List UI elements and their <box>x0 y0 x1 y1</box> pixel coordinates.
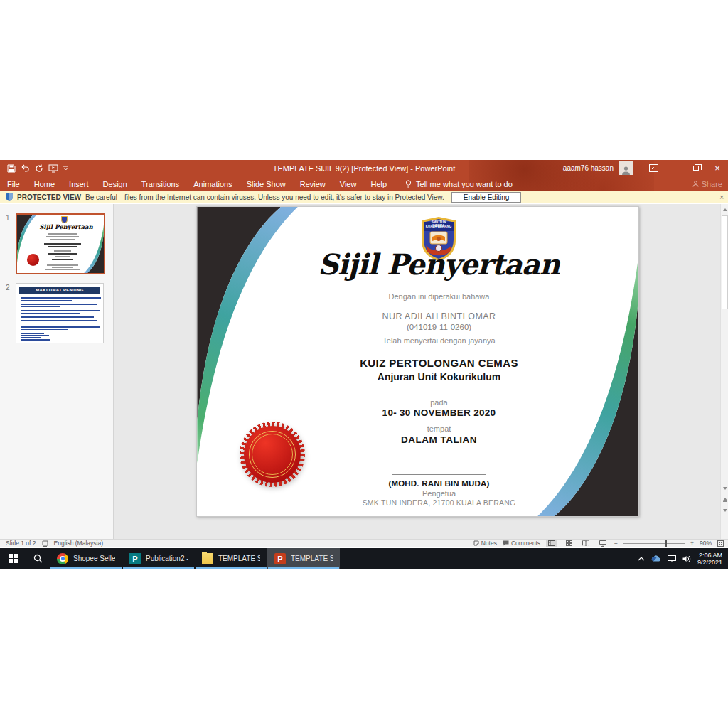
seal-gold-ring-inner <box>252 434 293 475</box>
fit-slide-to-window-icon[interactable] <box>717 540 724 547</box>
customize-quick-access-icon[interactable] <box>63 166 68 171</box>
notes-icon <box>473 540 479 546</box>
thumbnail-seal <box>27 254 39 266</box>
red-ribbon-seal <box>240 422 305 487</box>
share-person-icon <box>692 181 699 187</box>
tab-file[interactable]: File <box>0 176 27 191</box>
lightbulb-icon <box>405 180 412 188</box>
recipient-id: (041019-11-0260) <box>323 323 555 331</box>
share-button[interactable]: Share <box>692 180 722 188</box>
vertical-scrollbar[interactable] <box>720 204 728 539</box>
slide-show-button[interactable] <box>597 540 609 547</box>
venue-label: tempat <box>323 424 555 433</box>
ribbon-display-options-icon[interactable] <box>643 160 664 176</box>
slide1-thumbnail[interactable]: Sijil Penyertaan <box>16 213 105 274</box>
slide1-number: 1 <box>6 214 10 222</box>
thumbnail-text-line <box>47 264 78 266</box>
comments-button[interactable]: Comments <box>503 540 540 547</box>
tab-insert[interactable]: Insert <box>62 176 96 191</box>
protected-view-bar: PROTECTED VIEW Be careful—files from the… <box>0 191 728 203</box>
network-display-icon[interactable] <box>668 555 676 562</box>
titlebar: TEMPLATE SIJIL 9(2) [Protected View] - P… <box>0 160 728 176</box>
signature-line <box>392 474 486 475</box>
thumbnail-text-line <box>21 316 94 318</box>
thumbnail-text-line <box>21 300 72 301</box>
tell-me-box[interactable]: Tell me what you want to do <box>405 180 513 188</box>
slide-canvas[interactable]: SMK TUN INDERA KUALA BERANG Sijil Penyer… <box>196 206 639 517</box>
spellcheck-squiggle <box>433 445 439 446</box>
reading-view-button[interactable] <box>580 540 592 547</box>
redo-icon[interactable] <box>35 164 43 173</box>
taskbar: Shopee Seller Centr... P Publication2 - … <box>0 548 728 569</box>
avatar[interactable] <box>619 161 633 175</box>
tell-me-label: Tell me what you want to do <box>416 180 513 188</box>
language-indicator[interactable]: English (Malaysia) <box>54 540 103 547</box>
thumbnail-text-line <box>21 339 50 341</box>
taskbar-app-label: TEMPLATE SIJIL 9(2)... <box>291 555 333 562</box>
certificate-title: Sijil Penyertaan <box>282 247 595 281</box>
protected-view-message: Be careful—files from the Internet can c… <box>85 193 444 201</box>
signatory-name: (MOHD. RANI BIN MUDA) <box>323 479 555 488</box>
tab-transitions[interactable]: Transitions <box>134 176 186 191</box>
recipient-name: NUR ADILAH BINTI OMAR <box>323 311 555 321</box>
scroll-up-icon[interactable] <box>721 205 728 214</box>
restore-button[interactable] <box>685 160 707 176</box>
thumbnail-text-line <box>21 313 80 314</box>
thumbnail-text-line <box>48 253 77 255</box>
undo-icon[interactable] <box>21 164 30 172</box>
signatory-school: SMK.TUN INDERA, 21700 KUALA BERANG <box>323 498 555 507</box>
scrollbar-thumb[interactable] <box>722 215 728 309</box>
achievement-line: Telah menyertai dengan jayanya <box>323 336 555 345</box>
folder-icon <box>202 553 213 564</box>
taskbar-clock[interactable]: 2:06 AM 9/2/2021 <box>697 552 722 566</box>
tab-help[interactable]: Help <box>363 176 394 191</box>
save-icon[interactable] <box>7 164 16 173</box>
account-name[interactable]: aaam76 hassan <box>563 164 614 172</box>
zoom-out-button[interactable]: − <box>614 540 618 547</box>
thumbnail-text-line <box>21 323 49 324</box>
certificate-body: Dengan ini diperakui bahawa NUR ADILAH B… <box>323 292 555 507</box>
tab-animations[interactable]: Animations <box>186 176 239 191</box>
tab-review[interactable]: Review <box>293 176 333 191</box>
tab-view[interactable]: View <box>333 176 364 191</box>
notes-button[interactable]: Notes <box>473 540 497 547</box>
minimize-button[interactable] <box>664 160 685 176</box>
comments-label: Comments <box>511 540 540 547</box>
slide2-thumbnail[interactable]: MAKLUMAT PENTING <box>16 283 104 343</box>
open-app-indicator <box>50 567 122 569</box>
spellcheck-icon[interactable] <box>42 540 48 547</box>
taskbar-app-label: TEMPLATE SIJIL cop... <box>218 555 260 562</box>
ribbon-tabs: File Home Insert Design Transitions Anim… <box>0 176 728 191</box>
system-tray: 2:06 AM 9/2/2021 <box>638 548 728 569</box>
thumbnail-text-line <box>21 304 97 305</box>
shield-icon <box>6 193 13 201</box>
start-from-beginning-icon[interactable] <box>48 164 58 173</box>
tab-design[interactable]: Design <box>96 176 134 191</box>
onedrive-icon[interactable] <box>651 555 661 562</box>
taskbar-app-label: Publication2 - Publi... <box>146 555 188 562</box>
protected-view-close-icon[interactable]: × <box>719 193 724 201</box>
zoom-slider-thumb[interactable] <box>665 540 667 547</box>
volume-icon[interactable] <box>682 555 691 562</box>
taskbar-app-publisher[interactable]: P Publication2 - Publi... <box>122 548 195 569</box>
enable-editing-button[interactable]: Enable Editing <box>451 192 522 203</box>
start-button[interactable] <box>0 548 26 569</box>
zoom-in-button[interactable]: + <box>690 540 694 547</box>
close-button[interactable]: × <box>707 160 728 176</box>
next-slide-icon[interactable] <box>721 505 728 514</box>
event-venue: DALAM TALIAN <box>401 434 477 445</box>
normal-view-button[interactable] <box>546 540 557 547</box>
scroll-down-icon[interactable] <box>721 484 728 493</box>
tab-home[interactable]: Home <box>27 176 62 191</box>
taskbar-app-chrome[interactable]: Shopee Seller Centr... <box>50 548 122 569</box>
slide-sorter-view-button[interactable] <box>563 540 574 547</box>
tray-chevron-up-icon[interactable] <box>638 557 645 561</box>
zoom-level[interactable]: 90% <box>700 540 712 547</box>
tab-slide-show[interactable]: Slide Show <box>240 176 293 191</box>
previous-slide-icon[interactable] <box>721 496 728 504</box>
taskbar-app-powerpoint[interactable]: P TEMPLATE SIJIL 9(2)... <box>267 548 340 569</box>
search-button[interactable] <box>26 548 50 569</box>
taskbar-app-file-explorer[interactable]: TEMPLATE SIJIL cop... <box>195 548 267 569</box>
zoom-slider[interactable] <box>623 543 685 544</box>
thumbnail-text-line <box>45 269 80 270</box>
